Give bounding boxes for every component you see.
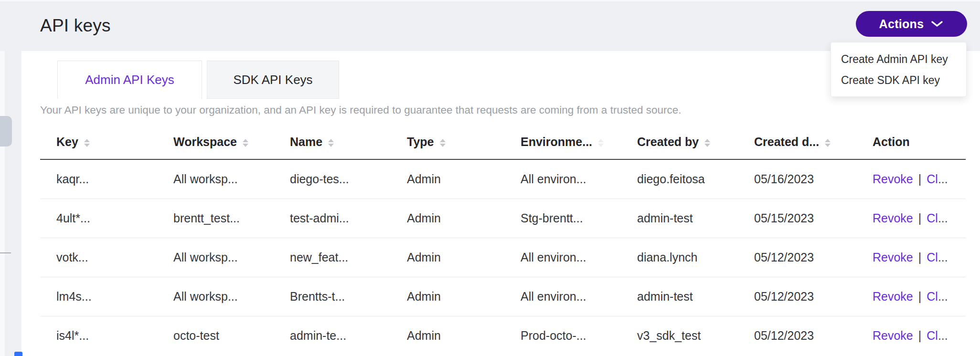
cell-name: new_feat... [274,238,391,277]
column-header-created-date[interactable]: Created d... [738,125,856,159]
cell-key: lm4s... [40,277,157,316]
page-title: API keys [40,16,111,36]
cell-workspace: octo-test [157,316,274,355]
cell-workspace: All worksp... [157,238,274,277]
sort-icon[interactable] [598,139,604,147]
clone-link[interactable]: Cl [927,329,938,342]
sort-icon[interactable] [84,139,90,147]
clone-link[interactable]: Cl [927,211,938,225]
cell-created-date: 05/15/2023 [738,199,856,238]
cell-action: Revoke|Cl... [856,277,966,316]
cell-environment: All environ... [504,277,621,316]
column-header-name[interactable]: Name [274,125,391,159]
revoke-link[interactable]: Revoke [873,172,913,186]
left-scrollbar-thumb[interactable] [0,116,12,147]
chevron-down-icon [930,20,944,28]
cell-key: votk... [40,238,157,277]
cell-created-by: diana.lynch [621,238,738,277]
tab-sdk-api-keys[interactable]: SDK API Keys [207,61,339,99]
table-header-row: Key Workspace Name Type Environme... Cre… [40,125,966,159]
action-ellipsis: ... [938,290,948,303]
revoke-link[interactable]: Revoke [873,329,913,342]
sort-icon[interactable] [243,139,248,147]
cell-environment: All environ... [504,159,621,199]
revoke-link[interactable]: Revoke [873,290,913,303]
action-ellipsis: ... [938,211,948,225]
cell-created-date: 05/12/2023 [738,277,856,316]
table-row: 4ult*... brentt_test... test-admi... Adm… [40,199,966,238]
cell-type: Admin [391,316,504,355]
action-separator: | [918,329,922,342]
tab-admin-api-keys[interactable]: Admin API Keys [57,61,202,99]
cell-workspace: All worksp... [157,277,274,316]
action-ellipsis: ... [938,251,948,264]
cell-environment: All environ... [504,238,621,277]
action-separator: | [918,172,922,186]
revoke-link[interactable]: Revoke [873,251,913,264]
cell-type: Admin [391,238,504,277]
page-description: Your API keys are unique to your organiz… [40,103,966,117]
bottom-left-blue-element[interactable] [14,352,22,356]
cell-created-date: 05/12/2023 [738,238,856,277]
cell-key: is4l*... [40,316,157,355]
cell-environment: Stg-brentt... [504,199,621,238]
action-ellipsis: ... [938,329,948,342]
clone-link[interactable]: Cl [927,251,938,264]
window-top-edge [0,0,980,1]
cell-name: Brentts-t... [274,277,391,316]
column-header-type[interactable]: Type [391,125,504,159]
revoke-link[interactable]: Revoke [873,211,913,225]
cell-type: Admin [391,277,504,316]
column-header-environment[interactable]: Environme... [504,125,621,159]
left-rail-handle [0,252,11,253]
table-row: votk... All worksp... new_feat... Admin … [40,238,966,277]
cell-name: diego-tes... [274,159,391,199]
cell-workspace: brentt_test... [157,199,274,238]
cell-workspace: All worksp... [157,159,274,199]
cell-action: Revoke|Cl... [856,238,966,277]
column-header-action: Action [856,125,966,159]
api-keys-table: Key Workspace Name Type Environme... Cre… [40,125,966,355]
left-rail [0,51,5,356]
action-separator: | [918,251,922,264]
cell-created-date: 05/12/2023 [738,316,856,355]
table-row: lm4s... All worksp... Brentts-t... Admin… [40,277,966,316]
column-header-created-by[interactable]: Created by [621,125,738,159]
cell-type: Admin [391,199,504,238]
cell-name: admin-te... [274,316,391,355]
sort-icon[interactable] [328,139,334,147]
table-row: kaqr... All worksp... diego-tes... Admin… [40,159,966,199]
cell-created-by: diego.feitosa [621,159,738,199]
cell-action: Revoke|Cl... [856,159,966,199]
actions-button[interactable]: Actions [856,11,967,37]
cell-name: test-admi... [274,199,391,238]
actions-button-label: Actions [879,17,924,31]
cell-type: Admin [391,159,504,199]
cell-created-by: admin-test [621,277,738,316]
sort-icon[interactable] [704,139,710,147]
table-row: is4l*... octo-test admin-te... Admin Pro… [40,316,966,355]
action-separator: | [918,290,922,303]
cell-created-date: 05/16/2023 [738,159,856,199]
cell-created-by: v3_sdk_test [621,316,738,355]
clone-link[interactable]: Cl [927,172,938,186]
cell-action: Revoke|Cl... [856,316,966,355]
column-header-key[interactable]: Key [40,125,157,159]
action-ellipsis: ... [938,172,948,186]
menu-item-create-admin-api-key[interactable]: Create Admin API key [831,49,966,70]
clone-link[interactable]: Cl [927,290,938,303]
sort-icon[interactable] [440,139,446,147]
action-separator: | [918,211,922,225]
cell-action: Revoke|Cl... [856,199,966,238]
menu-item-create-sdk-api-key[interactable]: Create SDK API key [831,70,966,91]
cell-key: 4ult*... [40,199,157,238]
actions-dropdown-menu: Create Admin API key Create SDK API key [831,42,967,97]
cell-environment: Prod-octo-... [504,316,621,355]
cell-key: kaqr... [40,159,157,199]
cell-created-by: admin-test [621,199,738,238]
sort-icon[interactable] [825,139,831,147]
column-header-workspace[interactable]: Workspace [157,125,274,159]
